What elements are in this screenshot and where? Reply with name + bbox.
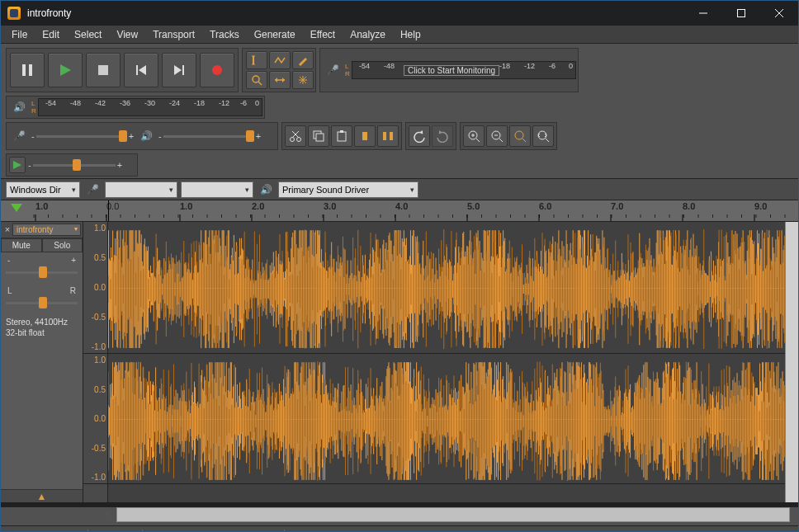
- skip-start-button[interactable]: [124, 53, 158, 87]
- svg-rect-1373: [245, 406, 246, 436]
- silence-button[interactable]: [377, 125, 399, 147]
- fit-project-button[interactable]: [532, 125, 554, 147]
- svg-rect-489: [422, 255, 423, 323]
- menu-effect[interactable]: Effect: [303, 26, 343, 43]
- svg-rect-1535: [381, 382, 382, 460]
- svg-rect-1511: [362, 392, 362, 450]
- svg-rect-1298: [182, 390, 183, 452]
- svg-rect-1913: [700, 407, 701, 436]
- menu-select[interactable]: Select: [67, 26, 109, 43]
- mic-icon[interactable]: 🎤: [324, 62, 342, 78]
- svg-rect-711: [609, 270, 610, 308]
- zoom-in-button[interactable]: [463, 125, 485, 147]
- svg-rect-528: [455, 247, 456, 332]
- svg-rect-315: [276, 251, 277, 327]
- redo-button[interactable]: [432, 125, 453, 147]
- waveform-left[interactable]: [108, 222, 798, 354]
- svg-rect-1442: [304, 362, 305, 480]
- svg-marker-16: [299, 58, 307, 66]
- menu-transport[interactable]: Transport: [145, 26, 202, 43]
- menu-file[interactable]: File: [4, 26, 35, 43]
- menu-view[interactable]: View: [109, 26, 145, 43]
- solo-button[interactable]: Solo: [42, 238, 83, 252]
- svg-rect-1934: [717, 403, 718, 440]
- menu-generate[interactable]: Generate: [247, 26, 303, 43]
- close-button[interactable]: [760, 1, 798, 26]
- svg-marker-10: [174, 65, 182, 75]
- track-close-button[interactable]: ×: [2, 225, 12, 235]
- timeline-ruler[interactable]: 1.0 0.0 1.0 2.0 3.0 4.0 5.0 6.0 7.0 8.0 …: [1, 200, 798, 222]
- cut-button[interactable]: [285, 125, 306, 147]
- gain-slider[interactable]: [6, 265, 78, 280]
- rec-volume-slider[interactable]: [36, 129, 127, 144]
- menu-tracks[interactable]: Tracks: [202, 26, 247, 43]
- waveform-right[interactable]: [108, 354, 798, 484]
- svg-rect-1220: [116, 365, 117, 478]
- timeshift-tool[interactable]: [269, 71, 291, 89]
- envelope-tool[interactable]: [269, 51, 291, 69]
- paste-button[interactable]: [331, 125, 352, 147]
- svg-rect-336: [293, 257, 294, 321]
- click-monitor-label[interactable]: Click to Start Monitoring: [404, 65, 499, 76]
- trim-button[interactable]: [354, 125, 376, 147]
- pan-slider[interactable]: [6, 295, 78, 310]
- svg-rect-531: [457, 263, 458, 316]
- svg-rect-813: [695, 248, 696, 329]
- svg-rect-690: [591, 249, 592, 330]
- skip-end-button[interactable]: [162, 53, 196, 87]
- play-speed-slider[interactable]: [33, 158, 116, 172]
- zoom-tool[interactable]: [246, 71, 267, 89]
- svg-rect-567: [488, 236, 489, 343]
- svg-rect-1286: [172, 405, 173, 437]
- svg-rect-1439: [300, 366, 301, 475]
- play-button[interactable]: [48, 53, 83, 87]
- vertical-scrollbar[interactable]: [785, 222, 798, 502]
- record-button[interactable]: [200, 53, 234, 87]
- svg-rect-1727: [543, 403, 544, 440]
- menu-help[interactable]: Help: [393, 26, 428, 43]
- svg-rect-1571: [412, 388, 413, 453]
- play-device-combo[interactable]: Primary Sound Driver: [278, 181, 418, 198]
- svg-rect-696: [596, 236, 597, 343]
- rec-device-combo[interactable]: [105, 181, 177, 198]
- speaker-icon[interactable]: 🔊: [10, 99, 28, 115]
- play-volume-slider[interactable]: [163, 129, 254, 144]
- playhead-marker[interactable]: [11, 204, 22, 212]
- svg-rect-495: [427, 256, 428, 322]
- record-meter[interactable]: -54 -48 -18 -12 -6 0 Click to Start Moni…: [352, 61, 576, 79]
- play-meter[interactable]: -54 -48 -42 -36 -30 -24 -18 -12 -6 0: [38, 98, 262, 116]
- svg-rect-1697: [518, 412, 518, 430]
- minimize-button[interactable]: [684, 1, 722, 26]
- audio-host-combo[interactable]: Windows Dir: [6, 181, 80, 198]
- play-speed-button[interactable]: [9, 157, 26, 173]
- copy-button[interactable]: [308, 125, 329, 147]
- maximize-button[interactable]: [722, 1, 760, 26]
- svg-rect-1661: [488, 370, 489, 473]
- menu-edit[interactable]: Edit: [35, 26, 67, 43]
- svg-rect-1781: [589, 362, 589, 480]
- menu-analyze[interactable]: Analyze: [343, 26, 393, 43]
- fit-selection-button[interactable]: [509, 125, 531, 147]
- vertical-scale[interactable]: 1.0 0.5 0.0 -0.5 -1.0 1.0 0.5 0.0 -0.5 -…: [83, 222, 108, 502]
- track-control-panel: × introfronty Mute Solo -+ LR Stereo, 44…: [1, 222, 83, 502]
- track-collapse-button[interactable]: ▲: [1, 489, 83, 502]
- svg-rect-549: [472, 258, 473, 320]
- zoom-out-button[interactable]: [486, 125, 508, 147]
- svg-rect-1457: [316, 398, 317, 444]
- horizontal-scrollbar[interactable]: [116, 507, 790, 522]
- draw-tool[interactable]: [292, 51, 314, 69]
- svg-rect-1757: [569, 362, 570, 480]
- svg-rect-1556: [400, 362, 400, 480]
- svg-rect-639: [548, 249, 549, 330]
- waveform-area[interactable]: [108, 222, 798, 502]
- svg-rect-1724: [541, 383, 541, 460]
- track-name-menu[interactable]: introfronty: [12, 224, 81, 236]
- undo-button[interactable]: [409, 125, 430, 147]
- mute-button[interactable]: Mute: [1, 238, 42, 252]
- multi-tool[interactable]: [292, 71, 314, 89]
- rec-channels-combo[interactable]: [181, 181, 253, 198]
- selection-tool[interactable]: [246, 51, 267, 69]
- pause-button[interactable]: [10, 53, 45, 87]
- zoom-toolbar: [460, 122, 557, 150]
- stop-button[interactable]: [86, 53, 121, 87]
